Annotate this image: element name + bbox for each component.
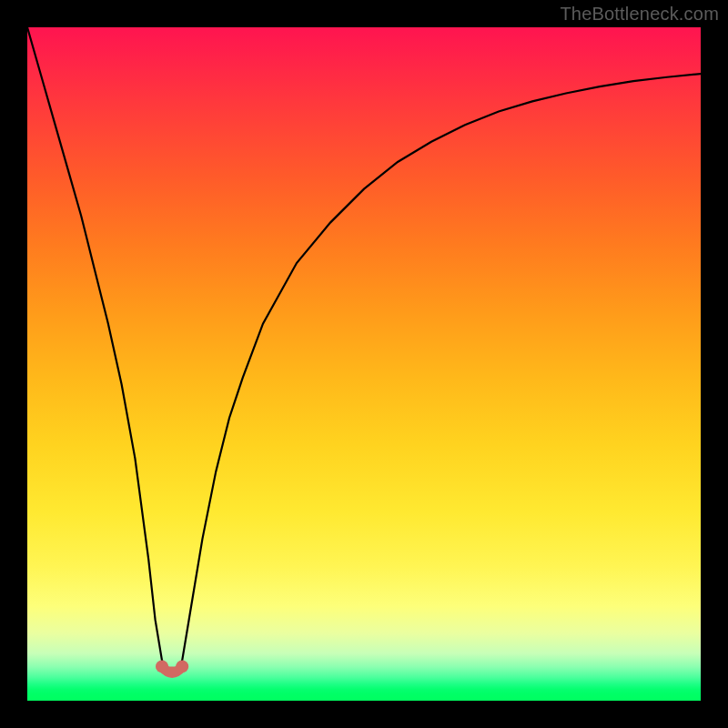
bottleneck-curve <box>27 27 701 701</box>
chart-frame: TheBottleneck.com <box>0 0 728 728</box>
marker-bridge <box>162 666 182 672</box>
curve-path <box>27 27 701 673</box>
watermark-text: TheBottleneck.com <box>560 4 719 25</box>
plot-area <box>27 27 701 701</box>
minimum-marker <box>156 660 188 672</box>
